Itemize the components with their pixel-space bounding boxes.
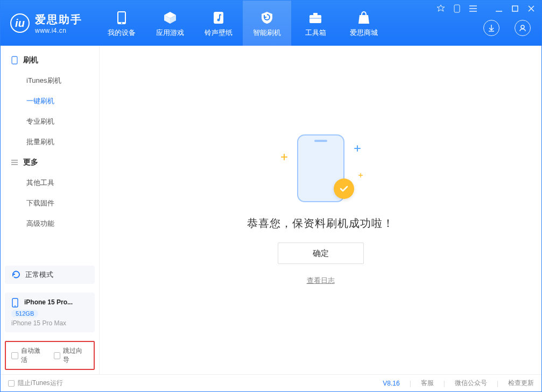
nav-toolbox[interactable]: 工具箱 <box>291 1 340 46</box>
device-mode-row[interactable]: 正常模式 <box>5 266 95 284</box>
sidebar-group-more[interactable]: 更多 <box>1 152 99 173</box>
device-capacity-badge: 512GB <box>11 310 38 317</box>
checkbox-auto-activate[interactable]: 自动激活 <box>11 346 46 365</box>
logo-area: iu 爱思助手 www.i4.cn <box>1 1 92 46</box>
footer-link-wechat[interactable]: 微信公众号 <box>455 379 487 388</box>
nav-smart-flash[interactable]: 智能刷机 <box>243 1 291 46</box>
sidebar-group-title: 更多 <box>23 158 38 167</box>
svg-rect-8 <box>454 5 460 12</box>
sidebar-item-advanced[interactable]: 高级功能 <box>1 213 99 234</box>
separator: | <box>497 380 498 387</box>
svg-point-2 <box>121 23 123 24</box>
device-name-row: iPhone 15 Pro... <box>11 298 88 307</box>
download-icon[interactable] <box>483 20 499 36</box>
sidebar-item-download-firmware[interactable]: 下载固件 <box>1 193 99 213</box>
footer-link-support[interactable]: 客服 <box>421 379 434 388</box>
logo-text: 爱思助手 www.i4.cn <box>35 12 82 34</box>
app-url: www.i4.cn <box>35 27 82 34</box>
checkbox-block-itunes[interactable]: 阻止iTunes运行 <box>8 379 63 388</box>
nav-label: 我的设备 <box>108 28 136 38</box>
sparkle-icon <box>281 154 287 160</box>
app-name: 爱思助手 <box>35 12 82 27</box>
nav-apps-games[interactable]: 应用游戏 <box>146 1 194 46</box>
close-icon[interactable] <box>526 4 536 13</box>
footer-right: V8.16 | 客服 | 微信公众号 | 检查更新 <box>383 379 534 388</box>
sidebar-item-batch-flash[interactable]: 批量刷机 <box>1 132 99 152</box>
svg-rect-3 <box>214 12 223 24</box>
nav-label: 应用游戏 <box>156 28 184 38</box>
nav-label: 工具箱 <box>305 28 326 38</box>
checkbox-label: 阻止iTunes运行 <box>18 379 63 388</box>
sparkle-icon <box>358 173 362 177</box>
sidebar: 刷机 iTunes刷机 一键刷机 专业刷机 批量刷机 更多 其他工具 下载固件 … <box>1 46 100 374</box>
check-badge-icon <box>334 179 354 199</box>
ok-button[interactable]: 确定 <box>278 243 364 264</box>
nav-ringtone-wallpaper[interactable]: 铃声壁纸 <box>194 1 243 46</box>
app-logo-icon: iu <box>10 13 30 33</box>
success-message: 恭喜您，保资料刷机成功啦！ <box>247 216 394 231</box>
flash-options-row: 自动激活 跳过向导 <box>5 341 95 370</box>
sidebar-item-itunes-flash[interactable]: iTunes刷机 <box>1 70 99 91</box>
sidebar-item-pro-flash[interactable]: 专业刷机 <box>1 111 99 132</box>
checkbox-label: 自动激活 <box>21 346 46 365</box>
window-controls <box>436 4 536 13</box>
svg-rect-9 <box>512 6 518 11</box>
device-name-short: iPhone 15 Pro... <box>24 298 73 306</box>
svg-rect-6 <box>313 13 318 15</box>
app-header: iu 爱思助手 www.i4.cn 我的设备 应用游戏 铃声壁纸 <box>1 1 541 46</box>
shield-refresh-icon <box>260 11 274 25</box>
phone-outline-icon[interactable] <box>452 4 462 13</box>
shopping-bag-icon <box>357 11 371 25</box>
music-note-icon <box>212 11 226 25</box>
sparkle-icon <box>354 145 361 152</box>
footer-link-check-update[interactable]: 检查更新 <box>508 379 534 388</box>
sidebar-item-one-key-flash[interactable]: 一键刷机 <box>1 91 99 111</box>
checkbox-icon <box>54 352 61 359</box>
nav-label: 铃声壁纸 <box>205 28 233 38</box>
nav-store[interactable]: 爱思商城 <box>340 1 388 46</box>
top-nav: 我的设备 应用游戏 铃声壁纸 智能刷机 工具箱 <box>97 1 388 46</box>
success-illustration <box>278 134 364 204</box>
view-log-link[interactable]: 查看日志 <box>307 276 335 286</box>
footer-left: 阻止iTunes运行 <box>8 379 63 388</box>
separator: | <box>410 380 411 387</box>
minimize-icon[interactable] <box>494 4 504 13</box>
refresh-icon <box>11 270 21 280</box>
sidebar-group-title: 刷机 <box>23 55 38 65</box>
phone-small-icon <box>10 56 19 65</box>
checkbox-skip-guide[interactable]: 跳过向导 <box>54 346 89 365</box>
device-mode-label: 正常模式 <box>25 270 53 280</box>
menu-icon[interactable] <box>468 4 478 13</box>
device-model: iPhone 15 Pro Max <box>11 319 88 327</box>
main-content: 恭喜您，保资料刷机成功啦！ 确定 查看日志 <box>100 46 541 374</box>
user-icon[interactable] <box>515 20 531 36</box>
footer: 阻止iTunes运行 V8.16 | 客服 | 微信公众号 | 检查更新 <box>1 374 541 391</box>
device-card[interactable]: iPhone 15 Pro... 512GB iPhone 15 Pro Max <box>5 293 95 332</box>
sidebar-scroll: 刷机 iTunes刷机 一键刷机 专业刷机 批量刷机 更多 其他工具 下载固件 … <box>1 46 99 261</box>
checkbox-icon <box>8 380 15 387</box>
version-label: V8.16 <box>383 380 399 387</box>
nav-my-device[interactable]: 我的设备 <box>97 1 146 46</box>
briefcase-icon <box>308 11 322 25</box>
sidebar-group-flash[interactable]: 刷机 <box>1 50 99 70</box>
nav-label: 智能刷机 <box>253 28 281 38</box>
header-action-icons <box>483 20 531 36</box>
device-icon <box>115 11 129 25</box>
checkbox-icon <box>11 352 18 359</box>
phone-icon <box>11 298 20 307</box>
maximize-icon[interactable] <box>510 4 520 13</box>
more-lines-icon <box>10 158 19 167</box>
svg-rect-7 <box>309 18 321 19</box>
sidebar-item-other-tools[interactable]: 其他工具 <box>1 173 99 193</box>
svg-point-4 <box>217 19 220 22</box>
cube-icon <box>163 11 177 25</box>
checkbox-label: 跳过向导 <box>63 346 88 365</box>
app-body: 刷机 iTunes刷机 一键刷机 专业刷机 批量刷机 更多 其他工具 下载固件 … <box>1 46 541 374</box>
nav-label: 爱思商城 <box>350 28 378 38</box>
svg-rect-1 <box>118 12 125 22</box>
separator: | <box>444 380 445 387</box>
svg-point-10 <box>521 25 524 28</box>
svg-rect-11 <box>12 56 17 64</box>
svg-rect-5 <box>309 15 321 23</box>
theme-icon[interactable] <box>436 4 446 13</box>
